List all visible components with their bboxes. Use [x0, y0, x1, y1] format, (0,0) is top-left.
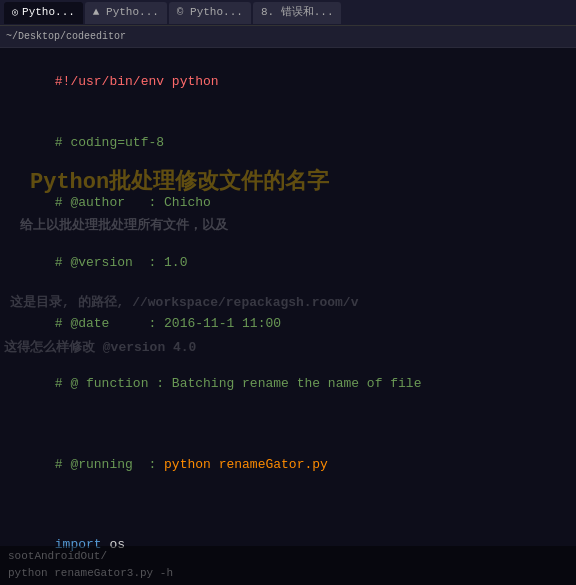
line-coding: # coding=utf-8 — [8, 112, 568, 172]
tab-label-3: © Pytho... — [177, 4, 243, 21]
line-running: # @running : python renameGator.py — [8, 435, 568, 495]
version-text: # @version : 1.0 — [55, 255, 188, 270]
toolbar: ~/Desktop/codeeditor — [0, 26, 576, 48]
ghost-line-1: sootAndroidOut/ — [8, 548, 568, 565]
line-date: # @date : 2016-11-1 11:00 — [8, 294, 568, 354]
running-cmd: python renameGator.py — [164, 457, 328, 472]
author-text: # @author : Chicho — [55, 195, 211, 210]
tab-bar: ◎ Pytho... ▲ Pytho... © Pytho... 8. 错误和.… — [0, 0, 576, 26]
line-shebang: #!/usr/bin/env python — [8, 52, 568, 112]
date-text: # @date : 2016-11-1 11:00 — [55, 316, 281, 331]
tab-2[interactable]: ▲ Pytho... — [85, 2, 167, 24]
line-author: # @author : Chicho — [8, 173, 568, 233]
line-blank2 — [8, 495, 568, 515]
tab-4[interactable]: 8. 错误和... — [253, 2, 342, 24]
editor-container: ◎ Pytho... ▲ Pytho... © Pytho... 8. 错误和.… — [0, 0, 576, 585]
line-function: # @ function : Batching rename the name … — [8, 354, 568, 414]
ghost-lines: sootAndroidOut/ python renameGator3.py -… — [0, 546, 576, 585]
tab-3[interactable]: © Pytho... — [169, 2, 251, 24]
tab-icon-1: ◎ — [12, 5, 18, 21]
coding-text: # coding=utf-8 — [55, 135, 164, 150]
tab-label-1: Pytho... — [22, 4, 75, 21]
line-version: # @version : 1.0 — [8, 233, 568, 293]
code-area: #!/usr/bin/env python # coding=utf-8 # @… — [0, 48, 576, 585]
shebang-text: #!/usr/bin/env python — [55, 74, 219, 89]
running-text: # @running : — [55, 457, 164, 472]
line-blank1 — [8, 415, 568, 435]
function-text: # @ function : Batching rename the name … — [55, 376, 422, 391]
toolbar-path: ~/Desktop/codeeditor — [6, 29, 126, 45]
tab-1[interactable]: ◎ Pytho... — [4, 2, 83, 24]
tab-label-2: ▲ Pytho... — [93, 4, 159, 21]
tab-label-4: 8. 错误和... — [261, 4, 334, 21]
ghost-line-2: python renameGator3.py -h — [8, 565, 568, 582]
